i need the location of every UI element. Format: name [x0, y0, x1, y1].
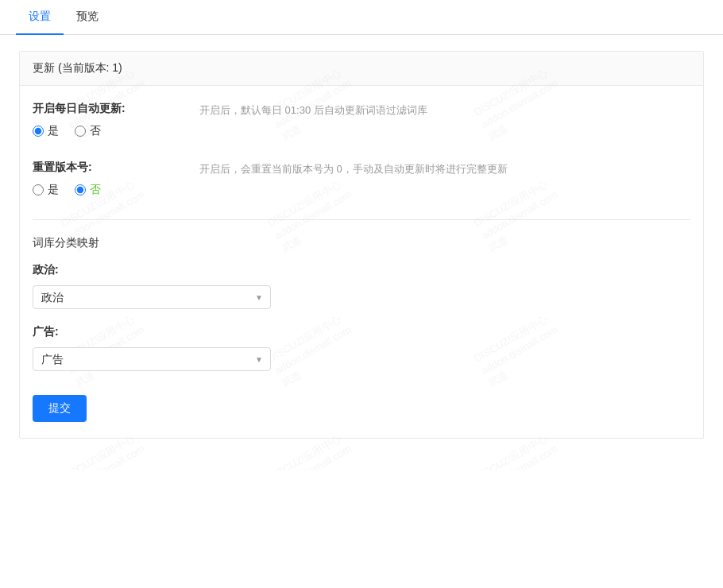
auto-update-hint: 开启后，默认每日 01:30 后自动更新词语过滤词库	[199, 102, 690, 118]
tab-preview[interactable]: 预览	[64, 0, 111, 35]
reset-version-row: 重置版本号: 是 否	[33, 161, 690, 203]
ad-group: 广告: 广告 ▼	[33, 325, 690, 371]
auto-update-radio-group: 是 否	[33, 124, 176, 138]
reset-version-yes-label: 是	[48, 183, 59, 197]
auto-update-yes-option[interactable]: 是	[33, 124, 59, 138]
update-section-title: 更新 (当前版本: 1)	[33, 61, 122, 74]
reset-version-hint: 开启后，会重置当前版本号为 0，手动及自动更新时将进行完整更新	[199, 161, 690, 176]
auto-update-no-option[interactable]: 否	[75, 124, 101, 138]
auto-update-group: 开启每日自动更新: 是 否	[33, 102, 690, 145]
auto-update-no-radio[interactable]	[75, 126, 86, 137]
political-group: 政治: 政治 ▼	[33, 263, 690, 309]
ad-select[interactable]: 广告	[33, 347, 271, 371]
reset-version-group: 重置版本号: 是 否	[33, 161, 690, 203]
auto-update-no-label: 否	[90, 124, 101, 138]
update-section-header: 更新 (当前版本: 1)	[20, 52, 703, 86]
auto-update-left: 开启每日自动更新: 是 否	[33, 102, 176, 145]
submit-button[interactable]: 提交	[33, 395, 87, 422]
reset-version-yes-option[interactable]: 是	[33, 183, 59, 197]
auto-update-row: 开启每日自动更新: 是 否	[33, 102, 690, 145]
auto-update-label: 开启每日自动更新:	[33, 102, 176, 116]
reset-version-no-radio[interactable]	[75, 184, 86, 195]
tabs-bar: 设置 预览	[0, 0, 723, 35]
reset-version-no-option[interactable]: 否	[75, 183, 101, 197]
mapping-title: 词库分类映射	[33, 236, 690, 250]
auto-update-yes-radio[interactable]	[33, 126, 44, 137]
main-content: DISCUZ!应用中心addon.dismall.com武道 DISCUZ!应用…	[0, 35, 723, 470]
auto-update-yes-label: 是	[48, 124, 59, 138]
ad-select-wrapper: 广告 ▼	[33, 347, 271, 371]
reset-version-label: 重置版本号:	[33, 161, 176, 175]
mapping-divider	[33, 219, 690, 220]
page-container: 设置 预览 DISCUZ!应用中心addon.dismall.com武道 DIS…	[0, 0, 723, 588]
update-section: 更新 (当前版本: 1) 开启每日自动更新: 是	[19, 51, 704, 439]
reset-version-left: 重置版本号: 是 否	[33, 161, 176, 203]
ad-label: 广告:	[33, 325, 690, 339]
tab-settings[interactable]: 设置	[16, 0, 64, 35]
political-select-wrapper: 政治 ▼	[33, 285, 271, 309]
political-select[interactable]: 政治	[33, 285, 271, 309]
reset-version-radio-group: 是 否	[33, 183, 176, 197]
reset-version-no-label: 否	[90, 183, 101, 197]
political-label: 政治:	[33, 263, 690, 277]
update-section-body: 开启每日自动更新: 是 否	[20, 86, 703, 438]
reset-version-yes-radio[interactable]	[33, 184, 44, 195]
